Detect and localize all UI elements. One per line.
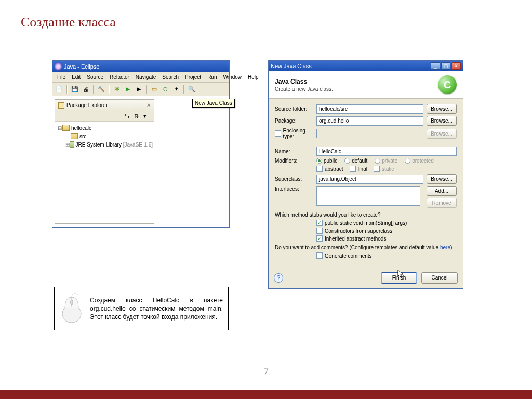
- help-button[interactable]: ?: [274, 273, 283, 283]
- modifier-protected: protected: [412, 158, 434, 164]
- instruction-note: Создаём класс HelloCalc в пакете org.cud…: [54, 287, 229, 330]
- cancel-button[interactable]: Cancel: [421, 272, 458, 284]
- menubar: File Edit Source Refactor Navigate Searc…: [52, 72, 229, 83]
- package-label: Package:: [275, 118, 316, 124]
- menu-file[interactable]: File: [55, 73, 68, 81]
- eclipse-icon: [55, 63, 62, 70]
- modifier-final: final: [358, 166, 367, 172]
- remove-interface-button: Remove: [427, 198, 457, 208]
- twisty-icon[interactable]: ⊞: [65, 142, 70, 148]
- print-button[interactable]: 🖨: [81, 85, 90, 94]
- modifier-public: public: [324, 158, 337, 164]
- package-explorer-toolbar: ⇆ ⇅ ▾: [55, 111, 154, 122]
- superclass-label: Superclass:: [275, 176, 316, 182]
- close-icon[interactable]: ✕: [147, 102, 151, 108]
- link-editor-icon[interactable]: ⇅: [134, 113, 141, 120]
- new-wizard-button[interactable]: ✦: [171, 85, 181, 94]
- package-explorer-label: Package Explorer: [66, 102, 108, 108]
- project-tree: ⊟ hellocalc src ⊞ JRE System Library [Ja…: [55, 122, 154, 223]
- interfaces-list[interactable]: [316, 186, 420, 206]
- default-radio[interactable]: [344, 158, 350, 164]
- class-badge-icon: C: [438, 75, 457, 94]
- dialog-titlebar: New Java Class _ ▢ ✕: [269, 61, 463, 71]
- comments-question: Do you want to add comments? (Configure …: [275, 245, 457, 250]
- browse-source-button[interactable]: Browse...: [427, 104, 457, 114]
- cursor-icon: [397, 270, 405, 279]
- package-input[interactable]: org.cud.hello: [316, 116, 423, 126]
- modifier-abstract: abstract: [325, 166, 343, 172]
- protected-radio: [405, 158, 410, 164]
- svg-point-2: [71, 300, 73, 305]
- run-button[interactable]: ▶: [123, 85, 132, 94]
- collapse-all-icon[interactable]: ⇆: [125, 113, 132, 120]
- package-explorer-tab[interactable]: Package Explorer ✕: [55, 100, 154, 111]
- abstract-checkbox[interactable]: [316, 166, 323, 172]
- eclipse-window: Java - Eclipse File Edit Source Refactor…: [52, 60, 230, 228]
- new-package-button[interactable]: ▭: [150, 85, 159, 94]
- menu-refactor[interactable]: Refactor: [107, 73, 132, 81]
- page-number: 7: [0, 366, 532, 378]
- library-suffix: [JavaSE-1.6]: [123, 142, 153, 148]
- main-stub-checkbox[interactable]: [316, 220, 323, 226]
- source-folder-label: Source folder:: [275, 106, 316, 112]
- name-input[interactable]: HelloCalc: [316, 147, 457, 156]
- here-link[interactable]: here: [440, 245, 450, 250]
- mouse-icon: [60, 293, 84, 324]
- library-node[interactable]: ⊞ JRE System Library [JavaSE-1.6]: [56, 140, 153, 149]
- menu-source[interactable]: Source: [84, 73, 106, 81]
- library-label: JRE System Library: [76, 142, 122, 148]
- minimize-button[interactable]: _: [431, 62, 440, 70]
- private-radio: [375, 158, 380, 164]
- maximize-button[interactable]: ▢: [441, 62, 450, 70]
- browse-package-button[interactable]: Browse...: [427, 116, 457, 126]
- enclosing-type-checkbox[interactable]: [275, 130, 281, 137]
- interfaces-label: Interfaces:: [275, 186, 316, 192]
- menu-navigate[interactable]: Navigate: [133, 73, 158, 81]
- menu-help[interactable]: Help: [245, 73, 261, 81]
- dialog-header-subtitle: Create a new Java class.: [275, 86, 438, 92]
- new-class-dialog: New Java Class _ ▢ ✕ Java Class Create a…: [268, 60, 463, 289]
- package-explorer: Package Explorer ✕ ⇆ ⇅ ▾ ⊟ hellocalc src…: [55, 99, 154, 224]
- new-class-button[interactable]: C: [161, 85, 170, 94]
- add-interface-button[interactable]: Add...: [427, 186, 457, 196]
- modifier-static: static: [382, 166, 394, 172]
- modifier-private: private: [382, 158, 397, 164]
- modifiers-label: Modifiers:: [275, 158, 316, 164]
- menu-project[interactable]: Project: [182, 73, 204, 81]
- src-label: src: [79, 134, 86, 139]
- menu-search[interactable]: Search: [159, 73, 181, 81]
- project-icon: [62, 125, 70, 131]
- close-button[interactable]: ✕: [451, 62, 461, 70]
- menu-window[interactable]: Window: [220, 73, 244, 81]
- view-menu-icon[interactable]: ▾: [143, 113, 151, 120]
- constructors-stub-label: Constructors from superclass: [325, 228, 392, 234]
- generate-comments-checkbox[interactable]: [316, 252, 323, 259]
- project-node[interactable]: ⊟ hellocalc: [56, 124, 153, 132]
- debug-button[interactable]: ✱: [112, 85, 122, 94]
- source-folder-input[interactable]: hellocalc/src: [316, 104, 423, 114]
- constructors-stub-checkbox[interactable]: [316, 228, 323, 234]
- stubs-question: Which method stubs would you like to cre…: [275, 212, 457, 218]
- footer-bar: [0, 390, 532, 399]
- inherited-stub-checkbox[interactable]: [316, 235, 323, 242]
- project-label: hellocalc: [71, 125, 91, 131]
- menu-run[interactable]: Run: [205, 73, 219, 81]
- folder-icon: [71, 133, 78, 139]
- slide-title: Создание класса: [21, 15, 116, 30]
- external-tools-button[interactable]: ▶: [134, 85, 143, 94]
- src-node[interactable]: src: [56, 132, 153, 140]
- dialog-body: Source folder: hellocalc/src Browse... P…: [269, 99, 463, 267]
- public-radio[interactable]: [316, 158, 322, 164]
- eclipse-window-title: Java - Eclipse: [64, 63, 99, 70]
- save-button[interactable]: 💾: [70, 85, 79, 94]
- menu-edit[interactable]: Edit: [69, 73, 83, 81]
- browse-superclass-button[interactable]: Browse...: [427, 174, 457, 184]
- superclass-input[interactable]: java.lang.Object: [316, 175, 423, 184]
- note-text: Создаём класс HelloCalc в пакете org.cud…: [90, 296, 223, 322]
- build-button[interactable]: 🔨: [97, 85, 106, 94]
- search-button[interactable]: 🔍: [187, 85, 196, 94]
- toolbar: 📄 💾 🖨 🔨 ✱ ▶ ▶ ▭ C ✦ 🔍: [52, 83, 229, 96]
- new-button[interactable]: 📄: [55, 85, 64, 94]
- twisty-icon[interactable]: ⊟: [57, 125, 62, 131]
- final-checkbox[interactable]: [350, 166, 356, 172]
